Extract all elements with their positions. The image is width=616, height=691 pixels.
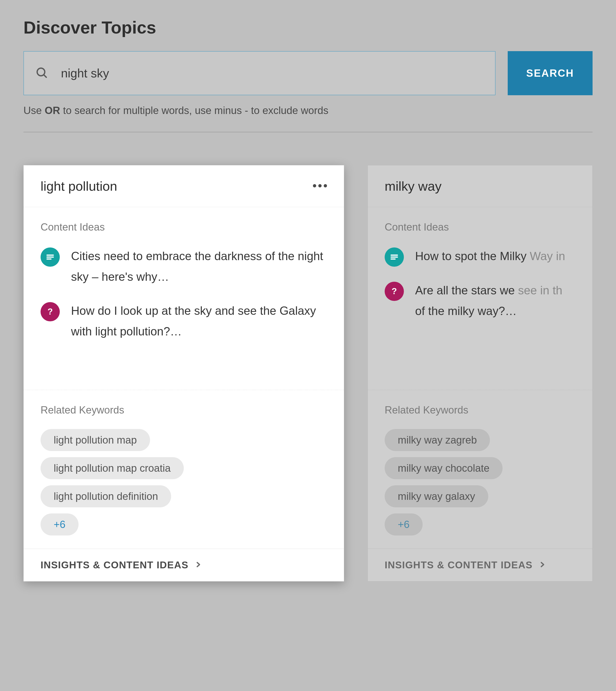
article-icon [41, 248, 60, 267]
search-input[interactable] [61, 66, 483, 80]
keyword-more-pill[interactable]: +6 [41, 514, 79, 536]
card-title: milky way [384, 179, 442, 194]
content-ideas-section: Content Ideas Cities need to embrace the… [24, 207, 344, 390]
chevron-right-icon [195, 559, 202, 571]
search-icon [36, 67, 48, 80]
insights-footer-button[interactable]: INSIGHTS & CONTENT IDEAS [24, 549, 344, 581]
content-ideas-label: Content Ideas [384, 221, 575, 233]
idea-text-faded: see in th [518, 284, 562, 297]
card-title: light pollution [41, 179, 117, 194]
idea-text: How to spot the Milky Way in [415, 246, 565, 267]
idea-text: How do I look up at the sky and see the … [71, 301, 327, 342]
svg-text:?: ? [392, 287, 397, 296]
cards-row: light pollution Content Ideas Cities nee… [23, 165, 593, 582]
search-hint: Use OR to search for multiple words, use… [23, 105, 593, 132]
idea-text-line2: of the milky way?… [415, 305, 516, 318]
search-button[interactable]: SEARCH [508, 51, 593, 95]
idea-text-visible: Are all the stars we [415, 284, 518, 297]
hint-prefix: Use [23, 105, 45, 116]
svg-point-2 [313, 184, 316, 187]
svg-point-4 [324, 184, 327, 187]
keyword-list: milky way zagreb milky way chocolate mil… [384, 429, 575, 536]
keyword-pill[interactable]: light pollution map croatia [41, 457, 184, 479]
content-ideas-section: Content Ideas How to spot the Milky Way … [368, 207, 592, 390]
more-icon[interactable] [313, 184, 327, 188]
keyword-pill[interactable]: milky way galaxy [384, 485, 488, 507]
idea-text-visible: How to spot the Milky [415, 250, 530, 263]
content-idea[interactable]: ? How do I look up at the sky and see th… [41, 301, 327, 342]
hint-bold: OR [45, 105, 60, 116]
content-idea[interactable]: How to spot the Milky Way in [384, 246, 575, 267]
svg-text:?: ? [48, 307, 53, 316]
keyword-pill[interactable]: light pollution map [41, 429, 150, 451]
idea-text: Are all the stars we see in th of the mi… [415, 280, 562, 321]
question-icon: ? [384, 282, 404, 301]
topic-card-light-pollution: light pollution Content Ideas Cities nee… [23, 165, 344, 582]
svg-line-1 [44, 75, 46, 78]
card-header: light pollution [24, 165, 344, 207]
page-title: Discover Topics [23, 18, 593, 38]
footer-label: INSIGHTS & CONTENT IDEAS [41, 560, 189, 571]
keyword-pill[interactable]: light pollution definition [41, 485, 171, 507]
related-keywords-label: Related Keywords [41, 404, 327, 416]
keyword-list: light pollution map light pollution map … [41, 429, 327, 536]
keyword-pill[interactable]: milky way chocolate [384, 457, 503, 479]
related-keywords-section: Related Keywords light pollution map lig… [24, 390, 344, 549]
content-idea[interactable]: ? Are all the stars we see in th of the … [384, 280, 575, 321]
card-header: milky way [368, 165, 592, 207]
idea-text: Cities need to embrace the darkness of t… [71, 246, 327, 287]
content-idea[interactable]: Cities need to embrace the darkness of t… [41, 246, 327, 287]
chevron-right-icon [538, 559, 546, 571]
related-keywords-section: Related Keywords milky way zagreb milky … [368, 390, 592, 549]
topic-card-milky-way: milky way Content Ideas How to spot the … [368, 165, 593, 582]
question-icon: ? [41, 302, 60, 321]
footer-label: INSIGHTS & CONTENT IDEAS [384, 560, 532, 571]
search-row: SEARCH [23, 51, 593, 95]
keyword-more-pill[interactable]: +6 [384, 514, 423, 536]
search-box[interactable] [23, 51, 496, 95]
content-ideas-label: Content Ideas [41, 221, 327, 233]
insights-footer-button[interactable]: INSIGHTS & CONTENT IDEAS [368, 549, 592, 581]
article-icon [384, 248, 404, 267]
keyword-pill[interactable]: milky way zagreb [384, 429, 490, 451]
svg-point-3 [318, 184, 322, 187]
related-keywords-label: Related Keywords [384, 404, 575, 416]
hint-suffix: to search for multiple words, use minus … [60, 105, 328, 116]
idea-text-faded: Way in [530, 250, 565, 263]
